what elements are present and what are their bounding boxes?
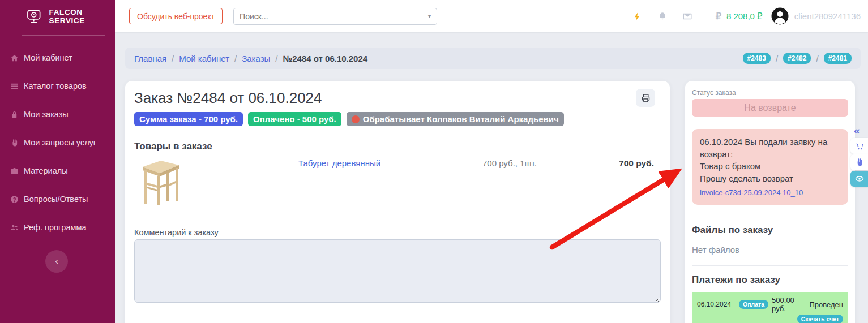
print-button[interactable] xyxy=(636,89,655,107)
chevron-down-icon[interactable]: ▾ xyxy=(422,13,437,19)
return-note-line: Прошу сделать возврат xyxy=(700,173,840,185)
eye-icon xyxy=(855,174,864,183)
cart-icon xyxy=(855,141,864,150)
falcon-logo-icon xyxy=(26,8,42,25)
main-card-divider xyxy=(134,213,661,213)
payment-type-badge: Оплата xyxy=(739,300,768,309)
lock-icon xyxy=(10,110,19,119)
search-input[interactable] xyxy=(234,12,422,21)
collapse-panel-button[interactable]: « xyxy=(854,124,860,137)
topbar-divider xyxy=(704,6,704,27)
product-image-stool[interactable] xyxy=(140,158,181,206)
sidebar-item-label: Вопросы/Ответы xyxy=(24,195,88,204)
chevron-left-icon: ‹ xyxy=(55,256,58,267)
watch-tool-button[interactable] xyxy=(850,171,868,187)
balance-amount[interactable]: 8 208,0 ₽ xyxy=(726,11,763,21)
order-badge[interactable]: #2482 xyxy=(783,53,811,64)
files-heading: Файлы по заказу xyxy=(692,225,848,236)
sidebar-item-label: Мой кабинет xyxy=(24,53,72,62)
topbar: Обсудить веб-проект ▾ ₽ 8 208,0 ₽ client… xyxy=(115,0,868,32)
page-title: Заказ №2484 от 06.10.2024 xyxy=(134,89,661,107)
sidebar-item-label: Каталог товаров xyxy=(24,81,87,91)
attachment-link[interactable]: invoice-c73d-25.09.2024 10_10 xyxy=(700,188,803,197)
comment-textarea[interactable] xyxy=(134,239,661,303)
page: FALCON SERVICE Мой кабинет Каталог товар… xyxy=(0,0,868,323)
breadcrumb: Главная / Мой кабинет / Заказы / №2484 о… xyxy=(125,48,861,69)
ruble-icon: ₽ xyxy=(716,11,721,21)
sidebar: FALCON SERVICE Мой кабинет Каталог товар… xyxy=(0,0,115,323)
order-paid-badge: Оплачено - 500 руб. xyxy=(248,112,341,126)
collapse-sidebar-button[interactable]: ‹ xyxy=(45,250,68,273)
order-card: Заказ №2484 от 06.10.2024 Сумма заказа -… xyxy=(125,81,670,323)
files-empty-text: Нет файлов xyxy=(692,245,848,255)
products-heading: Товары в заказе xyxy=(134,141,661,152)
sidebar-item-catalog[interactable]: Каталог товаров xyxy=(0,72,115,100)
return-note-line: 06.10.2024 Вы подали заявку на возврат: xyxy=(700,136,840,160)
sidebar-nav: Мой кабинет Каталог товаров Мои заказы М… xyxy=(0,44,115,242)
product-price-qty: 700 руб., 1шт. xyxy=(482,158,537,168)
payment-date: 06.10.2024 xyxy=(697,300,731,308)
avatar-person-icon xyxy=(771,7,789,25)
order-badges-row: Сумма заказа - 700 руб. Оплачено - 500 р… xyxy=(134,112,661,126)
topbar-right: ₽ 8 208,0 ₽ client2809241136 xyxy=(632,6,868,27)
sidebar-item-my-orders[interactable]: Мои заказы xyxy=(0,100,115,128)
service-request-tool-button[interactable] xyxy=(850,154,868,170)
users-icon xyxy=(10,223,19,232)
order-sum-badge: Сумма заказа - 700 руб. xyxy=(134,112,243,126)
briefcase-icon xyxy=(10,167,19,175)
discuss-project-button[interactable]: Обсудить веб-проект xyxy=(129,8,223,24)
breadcrumb-separator: / xyxy=(172,54,174,63)
status-badge: На возврате xyxy=(692,99,848,117)
breadcrumb-separator: / xyxy=(275,54,277,63)
order-badge[interactable]: #2483 xyxy=(743,53,771,64)
order-manager-badge: Обрабатывает Колпаков Виталий Аркадьевич xyxy=(347,112,564,126)
status-card: Статус заказа На возврате 06.10.2024 Вы … xyxy=(685,81,855,323)
sidebar-item-referral[interactable]: Реф. программа xyxy=(0,213,115,242)
breadcrumb-current: №2484 от 06.10.2024 xyxy=(283,54,368,63)
lightning-icon[interactable] xyxy=(632,11,643,21)
username[interactable]: client2809241136 xyxy=(794,11,861,21)
comment-label: Комментарий к заказу xyxy=(134,228,661,237)
order-manager-text: Обрабатывает Колпаков Виталий Аркадьевич xyxy=(363,114,559,124)
status-dot-icon xyxy=(352,115,360,123)
payment-status: Проведен xyxy=(809,300,843,309)
breadcrumb-link-home[interactable]: Главная xyxy=(134,54,166,63)
payment-row: 06.10.2024 Оплата 500.00 руб. Проведен С… xyxy=(692,292,848,323)
cart-tool-button[interactable] xyxy=(850,138,868,154)
return-note-line: Товар с браком xyxy=(700,160,840,173)
product-row: Табурет деревянный 700 руб., 1шт. 700 ру… xyxy=(134,157,661,210)
breadcrumb-link-orders[interactable]: Заказы xyxy=(242,54,270,63)
sidebar-item-service-requests[interactable]: Мои запросы услуг xyxy=(0,128,115,157)
product-name-link[interactable]: Табурет деревянный xyxy=(298,158,380,168)
product-total: 700 руб. xyxy=(619,158,654,169)
breadcrumb-link-cabinet[interactable]: Мой кабинет xyxy=(179,54,229,63)
sidebar-item-faq[interactable]: Вопросы/Ответы xyxy=(0,185,115,213)
question-icon xyxy=(10,195,19,204)
breadcrumb-separator: / xyxy=(234,54,237,63)
mail-icon[interactable] xyxy=(682,11,692,21)
sidebar-item-label: Мои запросы услуг xyxy=(24,138,96,147)
home-icon xyxy=(10,54,19,62)
brand-name: FALCON SERVICE xyxy=(49,8,115,25)
brand-logo[interactable]: FALCON SERVICE xyxy=(0,0,115,33)
avatar[interactable] xyxy=(771,7,789,25)
double-chevron-left-icon: « xyxy=(854,124,860,136)
bell-icon[interactable] xyxy=(657,11,668,21)
sidebar-item-label: Материалы xyxy=(24,166,68,175)
return-note: 06.10.2024 Вы подали заявку на возврат: … xyxy=(692,129,848,205)
sidebar-item-my-cabinet[interactable]: Мой кабинет xyxy=(0,44,115,72)
download-invoice-button[interactable]: Скачать счет xyxy=(797,315,843,323)
menu-icon xyxy=(10,82,19,91)
order-badge[interactable]: #2481 xyxy=(824,53,852,64)
status-label: Статус заказа xyxy=(692,89,848,97)
content: Главная / Мой кабинет / Заказы / №2484 о… xyxy=(115,32,868,323)
order-badge-separator: / xyxy=(816,54,818,63)
sidebar-divider xyxy=(22,35,105,36)
search-box: ▾ xyxy=(233,8,437,25)
hand-icon xyxy=(855,158,864,167)
panel-divider xyxy=(692,216,848,216)
sidebar-item-label: Мои заказы xyxy=(24,110,69,119)
payment-amount: 500.00 руб. xyxy=(772,296,809,313)
payments-heading: Платежи по заказу xyxy=(692,274,848,286)
sidebar-item-materials[interactable]: Материалы xyxy=(0,157,115,185)
